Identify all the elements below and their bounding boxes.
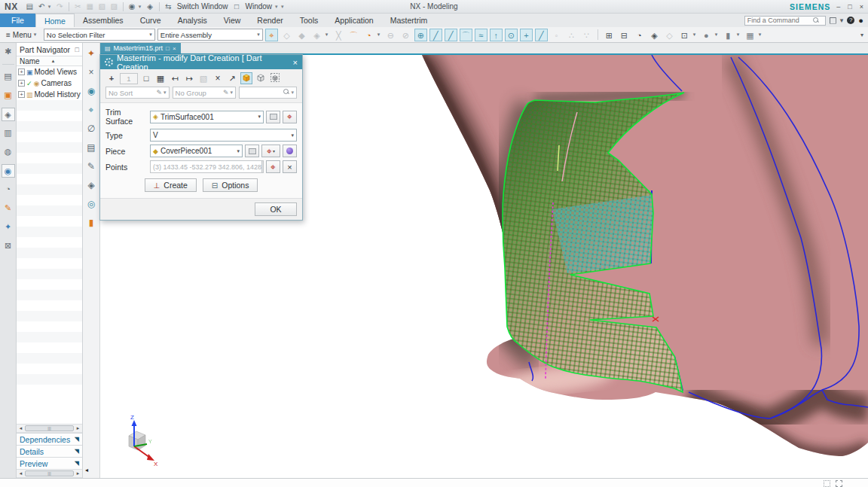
tree-item-cameras[interactable]: + ✓ ◉ Cameras xyxy=(17,78,82,89)
expand-corner-icon[interactable]: ◥ xyxy=(75,460,79,467)
hide-objects-icon[interactable]: ∅ xyxy=(85,123,98,135)
wireframe-cube-icon[interactable] xyxy=(255,72,267,84)
tab-curve[interactable]: Curve xyxy=(132,14,170,27)
dialog-title-bar[interactable]: Mastertrim - modify Dart Creation [ Dart… xyxy=(100,55,302,69)
layer-settings-icon[interactable]: ◈ xyxy=(648,29,661,41)
tab-view[interactable]: View xyxy=(215,14,249,27)
press-tool-icon[interactable]: ▮ xyxy=(85,217,98,230)
snap-endpoint-icon[interactable]: ◇ xyxy=(280,29,293,41)
snap-midpoint-icon[interactable]: ◆ xyxy=(295,29,308,41)
palette-icon[interactable]: ✎ xyxy=(2,202,15,215)
snap-dropdown-icon[interactable]: ▾ xyxy=(326,32,330,38)
tab-render[interactable]: Render xyxy=(249,14,291,27)
restore-button[interactable]: □ xyxy=(848,3,851,11)
scroll-right-icon[interactable]: ▸ xyxy=(75,425,81,431)
tab-home[interactable]: Home xyxy=(35,14,75,27)
snap-point-on-face-icon[interactable]: ⊘ xyxy=(399,29,412,41)
vector-icon[interactable]: ↑ xyxy=(490,29,503,41)
ok-button[interactable]: OK xyxy=(255,202,297,216)
expand-icon[interactable]: + xyxy=(18,68,25,75)
ghost-icon[interactable]: ◈ xyxy=(145,2,156,12)
tab-mastertrim[interactable]: Mastertrim xyxy=(382,14,436,27)
sort-combo[interactable]: No Sort ✎ ▾ xyxy=(105,87,170,99)
new-row-icon[interactable]: □ xyxy=(140,72,152,84)
insert-before-icon[interactable]: ↤ xyxy=(169,72,181,84)
dialog-close-icon[interactable]: × xyxy=(293,58,298,67)
snap-quadrant-dropdown-icon[interactable]: ▾ xyxy=(377,32,382,38)
collapse-strip-icon[interactable]: ◂ xyxy=(85,467,88,473)
pattern-dropdown-icon[interactable]: ▾ xyxy=(759,32,763,38)
clock-icon[interactable]: ◔ xyxy=(633,29,646,41)
piece-select-button[interactable]: ⌖ ▾ xyxy=(261,145,280,157)
snap-point-toggle-icon[interactable]: ⌖ xyxy=(265,29,278,41)
reuse-library-icon[interactable]: ▥ xyxy=(2,126,15,140)
copy-icon[interactable]: ▦ xyxy=(84,2,96,12)
mastertrim-tool-icon[interactable]: ✦ xyxy=(85,47,98,60)
save-icon[interactable]: ▤ xyxy=(24,2,35,12)
tangent-line-icon[interactable]: ╱ xyxy=(535,29,548,41)
delete-row-icon[interactable]: × xyxy=(212,72,224,84)
filter-search-box[interactable]: ▾ xyxy=(239,87,297,99)
row-spinner[interactable]: 1 xyxy=(120,73,138,84)
history-icon[interactable]: ◔ xyxy=(2,183,15,196)
points-clear-button[interactable]: × xyxy=(283,160,297,173)
scroll-left-icon[interactable]: ◂ xyxy=(17,425,24,431)
check-icon[interactable]: ✓ xyxy=(26,80,32,87)
navigator-hscrollbar[interactable]: ◂ ||| ▸ xyxy=(17,424,82,433)
show-with-axes-icon[interactable]: ◉ xyxy=(85,85,98,98)
window-grid-icon[interactable]: ⊞ xyxy=(603,29,616,41)
view-in-layer-icon[interactable]: ⊡ xyxy=(678,29,691,41)
scroll-left-icon[interactable]: ◂ xyxy=(17,470,24,476)
angled-line-icon[interactable]: ╱ xyxy=(445,29,457,41)
orientation-triad[interactable]: Z X Y xyxy=(129,414,158,467)
arc-icon[interactable]: ⌒ xyxy=(460,29,472,41)
roles-gear-icon[interactable]: ✱ xyxy=(2,45,15,59)
switch-window-icon[interactable]: ⇆ xyxy=(163,2,174,12)
part-tab-pin-icon[interactable]: □ xyxy=(166,45,170,52)
qat-overflow-icon[interactable]: ▾ xyxy=(281,4,286,10)
pattern-display-icon[interactable]: ▦ xyxy=(744,29,756,41)
group-combo[interactable]: No Group ✎ ▾ xyxy=(173,87,237,99)
selection-scope-combo[interactable]: Entire Assembly ▾ xyxy=(157,29,263,41)
snap-quadrant-icon[interactable]: ◔ xyxy=(362,29,375,41)
clipboard-icon[interactable]: ▨ xyxy=(108,2,120,12)
close-tool-icon[interactable]: × xyxy=(85,66,98,79)
part-tab-close-icon[interactable]: × xyxy=(173,45,176,52)
piece-combo[interactable]: ◆ CoverPiece001 ▾ xyxy=(150,145,243,157)
scroll-right-icon[interactable]: ▸ xyxy=(75,470,81,476)
info-icon[interactable]: ◍ xyxy=(2,145,15,159)
tab-file[interactable]: File xyxy=(0,14,35,27)
measure-axes-icon[interactable]: ⌖ xyxy=(85,104,98,117)
copy-row-icon[interactable]: ▦ xyxy=(154,72,167,84)
cylinder-dropdown-icon[interactable]: ▾ xyxy=(737,32,741,38)
plus-icon[interactable]: + xyxy=(520,29,533,41)
fullscreen-icon[interactable] xyxy=(830,17,836,24)
insert-after-icon[interactable]: ↦ xyxy=(183,72,195,84)
snap-control-point-icon[interactable]: ◈ xyxy=(310,29,323,41)
trim-surface-list-button[interactable] xyxy=(266,111,280,123)
window-dropdown-icon[interactable]: ▾ xyxy=(275,4,280,10)
points-select-button[interactable]: ⌖ xyxy=(266,160,280,173)
create-button[interactable]: ⊥ Create xyxy=(145,178,197,192)
fit-view-icon[interactable] xyxy=(836,480,842,487)
switch-window-button[interactable]: Switch Window xyxy=(175,2,231,11)
find-command-input[interactable] xyxy=(747,17,811,24)
piece-list-button[interactable] xyxy=(245,145,259,157)
navigator-column-header[interactable]: Name ▴ xyxy=(17,56,82,66)
sketch-circle-icon[interactable]: ◎ xyxy=(85,198,98,211)
tree-item-model-views[interactable]: + ▣ Model Views xyxy=(17,66,82,78)
scroll-thumb[interactable]: ||| xyxy=(25,470,74,476)
point-a-icon[interactable]: ◦ xyxy=(550,29,563,41)
expand-icon[interactable]: + xyxy=(18,91,25,98)
help-icon[interactable]: ? xyxy=(847,17,854,24)
pin-icon[interactable]: □ xyxy=(75,46,79,53)
ribbon-overflow-icon[interactable]: ▾ xyxy=(860,32,865,38)
move-rows-icon[interactable]: + xyxy=(105,72,118,84)
layer-gear-icon[interactable]: ◈ xyxy=(85,179,98,192)
web-browser-icon[interactable]: ◉ xyxy=(2,164,15,178)
point-c-icon[interactable]: ∵ xyxy=(580,29,593,41)
display-icon[interactable]: ◉ xyxy=(127,2,138,12)
endpoint-icon[interactable]: ⊕ xyxy=(414,29,427,41)
user-avatar[interactable]: ● xyxy=(858,16,863,25)
find-command-box[interactable] xyxy=(744,16,826,26)
